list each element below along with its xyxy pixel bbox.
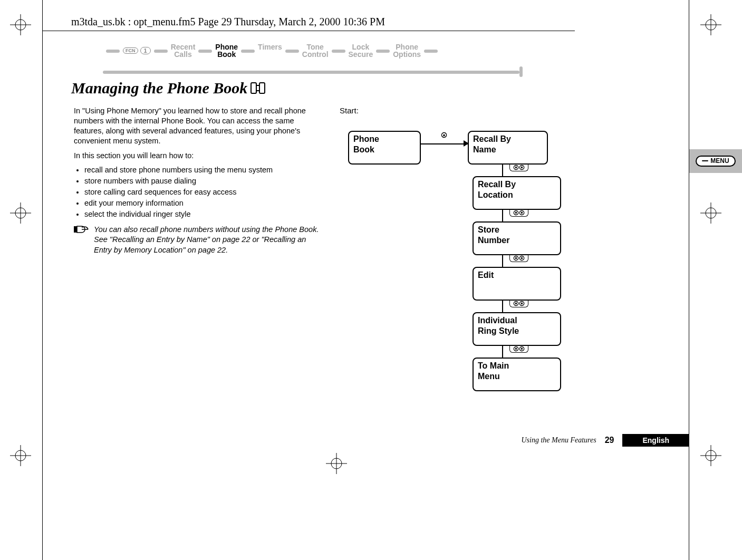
nav-label: Secure — [349, 51, 373, 58]
nav-label: Options — [393, 51, 421, 58]
flow-connector: ⦿⦿ — [486, 346, 528, 358]
list-intro: In this section you will learn how to: — [74, 151, 322, 161]
flow-connector: ⦿⦿ — [486, 210, 528, 221]
nav-sep — [376, 50, 390, 53]
flow-item-line2: Number — [478, 235, 556, 246]
nav-sep — [424, 50, 438, 53]
flow-item-line1: To Main — [478, 361, 556, 371]
nav-recent-calls: Recent Calls — [171, 42, 196, 55]
bullet-item: recall and store phone numbers using the… — [84, 165, 322, 175]
bullet-item: edit your memory information — [84, 198, 322, 208]
one-key: 1 — [140, 47, 151, 54]
page-title-text: Managing the Phone Book — [71, 79, 247, 97]
nav-label: Phone — [215, 43, 238, 51]
scroll-icon: ⦿ — [441, 132, 447, 139]
flow-item-line1: Store — [478, 225, 556, 235]
scroll-both-icon: ⦿⦿ — [509, 165, 528, 171]
scroll-both-icon: ⦿⦿ — [509, 255, 528, 262]
nav-label: Phone — [393, 43, 421, 51]
nav-lock-secure: Lock Secure — [349, 42, 373, 55]
start-label: Start: — [340, 106, 548, 115]
breadcrumb-nav: FCN 1 Recent Calls Phone Book Timers Ton… — [103, 42, 530, 71]
footer-section-title: Using the Menu Features — [521, 436, 596, 445]
flow-connector: ⦿⦿ — [486, 255, 528, 267]
registration-mark-icon — [8, 200, 33, 226]
nav-sep — [154, 50, 168, 53]
body-text: In "Using Phone Memory" you learned how … — [74, 106, 322, 255]
intro-para: In "Using Phone Memory" you learned how … — [74, 106, 322, 147]
flow-item-line1: Recall By — [478, 179, 556, 190]
registration-mark-icon — [698, 443, 724, 468]
nav-phone-options: Phone Options — [393, 42, 421, 55]
flow-root-line2: Book — [353, 144, 416, 155]
registration-mark-icon — [698, 12, 724, 37]
page-number: 29 — [605, 436, 614, 445]
nav-label: Book — [215, 51, 238, 58]
scroll-both-icon: ⦿⦿ — [509, 301, 528, 307]
bullet-item: store numbers with pause dialing — [84, 176, 322, 186]
nav-label: Lock — [349, 43, 373, 51]
nav-label: Timers — [258, 43, 282, 51]
flow-item: Individual Ring Style — [473, 312, 561, 346]
svg-rect-1 — [259, 83, 265, 93]
flow-item: Store Number — [473, 221, 561, 255]
side-tab-menu: MENU — [689, 149, 742, 173]
nav-underline — [103, 71, 519, 74]
fcn-one-keys: FCN 1 — [123, 47, 151, 54]
registration-mark-icon — [698, 200, 724, 226]
nav-label: Tone — [302, 43, 329, 51]
header-rule — [42, 31, 575, 31]
menu-key-label: MENU — [710, 157, 729, 165]
bullet-list: recall and store phone numbers using the… — [74, 165, 322, 220]
flow-column: Start: Phone Book ⦿ Recall By Name ⦿⦿ — [340, 106, 548, 391]
registration-mark-icon — [8, 443, 33, 468]
nav-sep — [241, 50, 255, 53]
nav-sep — [198, 50, 212, 53]
crop-rule-left — [42, 0, 43, 560]
flow-item-line2: Name — [473, 144, 543, 155]
nav-sep — [332, 50, 345, 53]
flow-item-line1: Individual — [478, 315, 556, 326]
bullet-item: select the individual ringer style — [84, 209, 322, 219]
scroll-both-icon: ⦿⦿ — [509, 210, 528, 217]
page: m3tda_us.bk : opt_menu.fm5 Page 29 Thurs… — [0, 0, 742, 560]
flow-item: To Main Menu — [473, 358, 561, 391]
flow-item-line2: Location — [478, 190, 556, 200]
flow-item: Edit — [473, 267, 561, 301]
svg-rect-0 — [251, 83, 256, 93]
language-badge: English — [622, 434, 689, 447]
registration-mark-icon — [324, 451, 349, 476]
flow-item: Recall By Location — [473, 176, 561, 210]
hand-note-icon — [74, 225, 90, 255]
nav-label: Calls — [171, 51, 196, 58]
flow-arrow: ⦿ — [421, 131, 468, 158]
flow-item-line2: Ring Style — [478, 326, 556, 336]
flow-item-line2: Menu — [478, 371, 556, 382]
flow-root: Phone Book — [348, 131, 421, 165]
nav-timers: Timers — [258, 42, 282, 55]
fcn-key: FCN — [123, 47, 138, 54]
registration-mark-icon — [8, 12, 33, 37]
footer: Using the Menu Features 29 English — [0, 434, 742, 447]
flowchart: Phone Book ⦿ Recall By Name ⦿⦿ Recall B — [348, 131, 548, 391]
page-title: Managing the Phone Book — [71, 79, 265, 97]
bullet-item: store calling card sequences for easy ac… — [84, 187, 322, 197]
crop-rule-right — [689, 0, 689, 560]
flow-connector: ⦿⦿ — [486, 165, 528, 176]
nav-label: Recent — [171, 43, 196, 51]
nav-sep — [285, 50, 299, 53]
phonebook-icon — [250, 82, 265, 96]
note-text: You can also recall phone numbers withou… — [94, 225, 322, 255]
scroll-both-icon: ⦿⦿ — [509, 346, 528, 353]
nav-label: Control — [302, 51, 329, 58]
nav-sep — [106, 50, 120, 53]
flow-root-line1: Phone — [353, 134, 416, 144]
menu-key-icon: MENU — [696, 156, 735, 167]
flow-item: Recall By Name — [468, 131, 548, 165]
flow-connector: ⦿⦿ — [486, 301, 528, 312]
nav-phone-book: Phone Book — [215, 42, 238, 55]
note: You can also recall phone numbers withou… — [74, 225, 322, 255]
svg-rect-4 — [74, 226, 77, 233]
running-header: m3tda_us.bk : opt_menu.fm5 Page 29 Thurs… — [71, 16, 385, 28]
flow-item-line1: Recall By — [473, 134, 543, 144]
